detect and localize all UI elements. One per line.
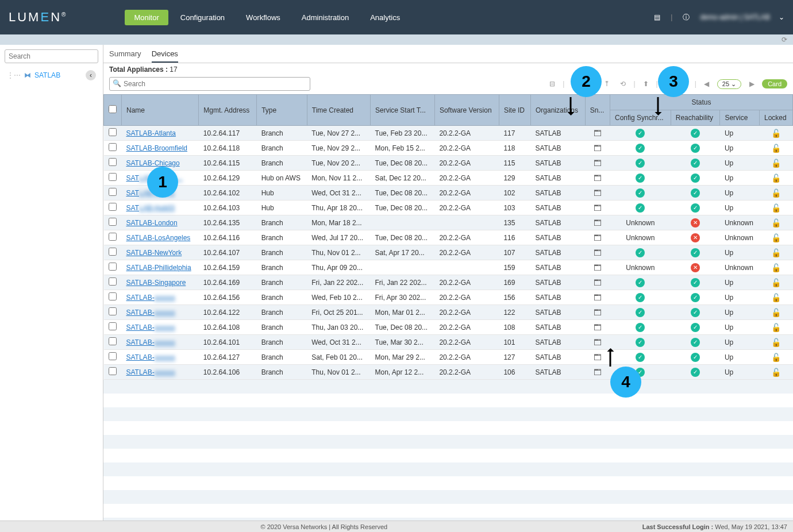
appliance-link[interactable]: SATLAB-LosAngeles [126,234,191,242]
snapshot-icon[interactable]: 🗔 [594,218,602,228]
nav-configuration[interactable]: Configuration [171,10,234,25]
lock-icon[interactable]: 🔓 [771,174,781,183]
row-checkbox[interactable] [109,188,117,196]
col-site[interactable]: Site ID [499,95,530,126]
lock-icon[interactable]: 🔓 [771,368,781,377]
sync-icon[interactable]: ⟲ [617,79,629,89]
nav-analytics[interactable]: Analytics [361,10,409,25]
lock-icon[interactable]: 🔓 [771,293,781,302]
appliance-link[interactable]: SATLAB-AWS-E... [126,174,183,182]
snapshot-icon[interactable]: 🗔 [594,159,602,168]
table-search-input[interactable] [109,77,310,91]
snapshot-icon[interactable]: 🗔 [594,278,602,287]
row-checkbox[interactable] [109,352,117,360]
col-reach[interactable]: Reachability [671,110,720,126]
upload-icon[interactable]: ⤒ [601,79,613,89]
notes-icon[interactable]: ▤ [652,12,662,22]
snapshot-icon[interactable]: 🗔 [594,263,602,272]
snapshot-icon[interactable]: 🗔 [594,338,602,347]
snapshot-icon[interactable]: 🗔 [594,368,602,377]
col-version[interactable]: Software Version [434,95,499,126]
import-icon[interactable]: ⤓ [585,79,596,89]
tab-summary[interactable]: Summary [109,49,141,63]
appliance-link[interactable]: SATLAB-xxxxxx [126,368,175,376]
lock-icon[interactable]: 🔓 [771,323,781,332]
lock-icon[interactable]: 🔓 [771,203,781,213]
col-service[interactable]: Service [720,110,760,126]
tab-devices[interactable]: Devices [152,49,178,63]
appliance-link[interactable]: SATLAB-Hub03 [126,204,175,212]
next-page-icon[interactable]: ▶ [746,79,757,89]
lock-icon[interactable]: 🔓 [771,248,781,257]
appliance-link[interactable]: SATLAB-Atlanta [126,129,176,137]
chevron-down-icon[interactable]: ⌄ [779,13,784,21]
row-checkbox[interactable] [109,233,117,241]
nav-monitor[interactable]: Monitor [125,10,168,25]
appliance-link[interactable]: SATLAB-Hub02 [126,189,175,197]
row-checkbox[interactable] [109,367,117,375]
snapshot-icon[interactable]: 🗔 [594,203,602,213]
lock-icon[interactable]: 🔓 [771,308,781,317]
row-checkbox[interactable] [109,292,117,300]
appliance-link[interactable]: SATLAB-xxxxxx [126,294,175,302]
col-config[interactable]: Config Synchr... [610,110,671,126]
col-org[interactable]: Organizations [530,95,585,126]
refresh-icon[interactable]: ⟳ [782,36,787,44]
user-label[interactable]: demo-admin | SATLAB [700,13,770,21]
lock-icon[interactable]: 🔓 [771,353,781,362]
card-view-button[interactable]: Card [762,79,787,88]
sidebar-search-input[interactable] [5,49,98,63]
push-icon[interactable]: ⬆ [640,79,652,89]
row-checkbox[interactable] [109,128,117,136]
nav-workflows[interactable]: Workflows [237,10,290,25]
lock-icon[interactable]: 🔓 [771,338,781,347]
lock-icon[interactable]: 🔓 [771,144,781,153]
row-checkbox[interactable] [109,143,117,151]
row-checkbox[interactable] [109,218,117,226]
row-checkbox[interactable] [109,277,117,286]
nav-administration[interactable]: Administration [292,10,358,25]
row-checkbox[interactable] [109,337,117,345]
appliance-link[interactable]: SATLAB-London [126,219,178,227]
row-checkbox[interactable] [109,203,117,211]
lock-icon[interactable]: 🔓 [771,129,781,138]
lock-icon[interactable]: 🔓 [771,233,781,242]
appliance-link[interactable]: SATLAB-Singapore [126,279,186,287]
filter-icon[interactable]: ▼ [679,79,690,89]
snapshot-icon[interactable]: 🗔 [594,144,602,153]
row-checkbox[interactable] [109,263,117,271]
prev-page-icon[interactable]: ◀ [701,79,713,89]
appliance-link[interactable]: SATLAB-Chicago [126,159,180,167]
lock-icon[interactable]: 🔓 [771,278,781,287]
snapshot-icon[interactable]: 🗔 [594,188,602,198]
appliance-link[interactable]: SATLAB-xxxxxx [126,323,175,331]
col-snap[interactable]: Sn... [585,95,610,126]
row-checkbox[interactable] [109,158,117,166]
collapse-icon[interactable]: ‹ [86,70,96,80]
page-size-select[interactable]: 25 ⌄ [717,79,741,89]
export-icon[interactable]: ⎘ [569,79,580,89]
col-start[interactable]: Service Start T... [371,95,435,126]
appliance-link[interactable]: SATLAB-xxxxxx [126,353,175,361]
snapshot-icon[interactable]: 🗔 [594,174,602,183]
row-checkbox[interactable] [109,322,117,330]
snapshot-icon[interactable]: 🗔 [594,323,602,332]
snapshot-icon[interactable]: 🗔 [594,233,602,242]
row-checkbox[interactable] [109,307,117,315]
collapse-icon[interactable]: ⊟ [546,79,558,89]
appliance-link[interactable]: SATLAB-Phillidelphia [126,264,191,272]
snapshot-icon[interactable]: 🗔 [594,248,602,257]
row-checkbox[interactable] [109,173,117,181]
lock-icon[interactable]: 🔓 [771,188,781,198]
select-all-checkbox[interactable] [109,105,117,113]
columns-icon[interactable]: ▥ [663,79,674,89]
lock-icon[interactable]: 🔓 [771,218,781,228]
col-type[interactable]: Type [257,95,307,126]
snapshot-icon[interactable]: 🗔 [594,129,602,138]
lock-icon[interactable]: 🔓 [771,263,781,272]
lock-icon[interactable]: 🔓 [771,159,781,168]
appliance-link[interactable]: SATLAB-NewYork [126,249,182,257]
col-mgmt[interactable]: Mgmt. Address [199,95,257,126]
info-icon[interactable]: ⓘ [681,12,691,22]
row-checkbox[interactable] [109,248,117,256]
